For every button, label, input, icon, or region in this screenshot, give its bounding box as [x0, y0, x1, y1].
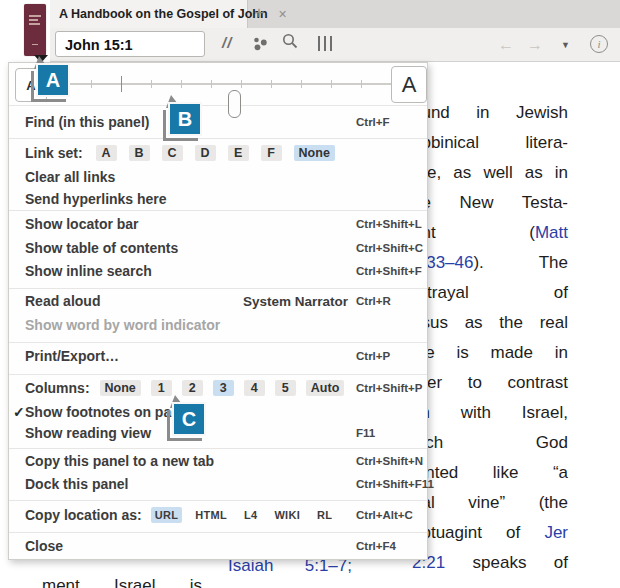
menu-item-show-locator-bar[interactable]: Show locator bar Ctrl+Shift+L	[9, 211, 427, 236]
text-line: ound in Jewish	[412, 98, 568, 128]
menu-item-shortcut: Ctrl+Shift+L	[356, 218, 422, 230]
text-line: ment Israel is	[42, 571, 202, 588]
menu-item-label: Close	[25, 538, 63, 554]
checkmark-icon: ✓	[13, 404, 25, 420]
menu-item-shortcut: F11	[356, 427, 375, 439]
menu-item-show-inline-search[interactable]: Show inline search Ctrl+Shift+F	[9, 259, 427, 283]
menu-item-label: Print/Export…	[25, 348, 119, 364]
columns-icon[interactable]	[318, 36, 332, 51]
menu-item-shortcut: Ctrl+Shift+P	[356, 382, 422, 394]
copy-location-option-html[interactable]: HTML	[191, 507, 231, 523]
link-set-option-none[interactable]: None	[294, 145, 335, 161]
text-line: eal vine” (the	[412, 488, 568, 518]
panel-menu-caret-icon[interactable]: ▼	[561, 40, 570, 50]
text-line: hich God	[412, 428, 568, 458]
text-line: lanted like “a	[412, 458, 568, 488]
menu-item-shortcut: Ctrl+F	[356, 116, 390, 128]
copy-location-option-rl[interactable]: RL	[313, 507, 336, 523]
text-line: he New Testa-	[412, 188, 568, 218]
menu-item-label: Show locator bar	[25, 216, 139, 232]
link-set-option-d[interactable]: D	[195, 145, 216, 161]
menu-item-label: Show inline search	[25, 263, 152, 279]
tab-close-icon[interactable]: ×	[279, 7, 287, 21]
menu-item-show-reading-view[interactable]: Show reading view F11	[9, 422, 427, 443]
columns-option-3[interactable]: 3	[213, 380, 234, 396]
parallel-resources-icon[interactable]: //	[222, 34, 232, 51]
columns-option-5[interactable]: 5	[275, 380, 296, 396]
menu-item-label: Copy location as:	[25, 507, 142, 523]
slider-tick	[301, 80, 302, 88]
slider-tick	[121, 76, 122, 92]
new-tab-button[interactable]: +	[254, 3, 264, 23]
copy-location-option-wiki[interactable]: WIKI	[270, 507, 304, 523]
menu-item-label: Show word by word indicator	[25, 317, 220, 333]
tab-title: A Handbook on the Gospel of John	[50, 7, 268, 21]
forward-icon[interactable]: →	[527, 36, 543, 54]
text-line: ent (Matt	[412, 218, 568, 248]
scripture-link[interactable]: Jer	[544, 523, 568, 542]
menu-item-show-footnotes-on-page[interactable]: ✓ Show footnotes on page	[9, 401, 427, 422]
menu-item-print-export[interactable]: Print/Export… Ctrl+P	[9, 343, 427, 369]
text-line: ortrayal of	[412, 278, 568, 308]
text-line: ine is made in	[412, 338, 568, 368]
menu-item-close[interactable]: Close Ctrl+F4	[9, 533, 427, 559]
menu-item-show-word-by-word-indicator: Show word by word indicator	[9, 313, 427, 337]
callout-letter: C	[174, 404, 204, 434]
slider-tick	[151, 80, 152, 88]
reference-input[interactable]: John 15:1	[55, 31, 205, 57]
text-line: im with Israel,	[412, 398, 568, 428]
menu-item-label: Copy this panel to a new tab	[25, 453, 214, 469]
read-aloud-voice-value: System Narrator	[243, 294, 348, 309]
columns-option-1[interactable]: 1	[151, 380, 172, 396]
menu-item-label: Read aloud	[25, 293, 100, 309]
menu-item-label: Dock this panel	[25, 476, 128, 492]
back-icon[interactable]: ←	[498, 36, 514, 54]
menu-item-label: Clear all links	[25, 169, 115, 185]
link-set-option-f[interactable]: F	[261, 145, 282, 161]
scripture-link[interactable]: Matt	[535, 223, 568, 242]
book-cover-thumbnail[interactable]	[24, 4, 46, 56]
columns-option-none[interactable]: None	[100, 380, 141, 396]
copy-location-option-l4[interactable]: L4	[240, 507, 261, 523]
tab-bar: A Handbook on the Gospel of John × +	[0, 0, 620, 28]
link-set-option-e[interactable]: E	[228, 145, 249, 161]
columns-option-auto[interactable]: Auto	[306, 380, 344, 396]
font-size-large-button[interactable]: A	[391, 66, 427, 103]
menu-item-shortcut: Ctrl+R	[356, 295, 391, 307]
menu-item-label: Show footnotes on page	[25, 404, 188, 420]
text-line: eptuagint of Jer	[412, 518, 568, 548]
menu-item-shortcut: Ctrl+F4	[356, 540, 396, 552]
visual-filters-icon[interactable]	[252, 36, 268, 51]
tab-handbook-gospel-of-john[interactable]: A Handbook on the Gospel of John ×	[50, 0, 248, 28]
search-icon[interactable]	[282, 33, 299, 50]
menu-item-label: Columns:	[25, 380, 90, 396]
menu-item-read-aloud[interactable]: Read aloud System Narrator Ctrl+R	[9, 289, 427, 313]
menu-item-show-table-of-contents[interactable]: Show table of contents Ctrl+Shift+C	[9, 236, 427, 259]
font-size-slider-track[interactable]	[61, 83, 391, 85]
menu-item-shortcut: Ctrl+P	[356, 350, 390, 362]
link-set-option-c[interactable]: C	[162, 145, 183, 161]
menu-item-send-hyperlinks-here[interactable]: Send hyperlinks here	[9, 187, 427, 210]
menu-item-dock-this-panel[interactable]: Dock this panel Ctrl+Shift+F11	[9, 472, 427, 495]
menu-item-shortcut: Ctrl+Shift+C	[356, 242, 423, 254]
slider-tick	[331, 80, 332, 88]
link-set-option-a[interactable]: A	[96, 145, 117, 161]
menu-item-copy-panel-to-new-tab[interactable]: Copy this panel to a new tab Ctrl+Shift+…	[9, 449, 427, 472]
menu-item-shortcut: Ctrl+Shift+F	[356, 265, 422, 277]
slider-tick	[181, 80, 182, 88]
text-line: esus as the real	[412, 308, 568, 338]
menu-item-shortcut: Ctrl+Shift+N	[356, 455, 423, 467]
columns-option-2[interactable]: 2	[182, 380, 203, 396]
menu-item-link-set: Link set: A B C D E F None	[9, 139, 427, 166]
menu-item-label: Show reading view	[25, 425, 151, 441]
menu-item-clear-all-links[interactable]: Clear all links	[9, 166, 427, 187]
columns-option-4[interactable]: 4	[244, 380, 265, 396]
slider-tick	[91, 80, 92, 88]
menu-item-find[interactable]: Find (in this panel) Ctrl+F	[9, 106, 427, 138]
info-icon[interactable]: i	[590, 35, 608, 53]
slider-tick	[241, 80, 242, 88]
document-right-column: ound in Jewish abbinical litera- ure, as…	[412, 98, 568, 578]
link-set-option-b[interactable]: B	[129, 145, 150, 161]
copy-location-option-url[interactable]: URL	[151, 507, 183, 523]
menu-item-label: Show table of contents	[25, 240, 178, 256]
